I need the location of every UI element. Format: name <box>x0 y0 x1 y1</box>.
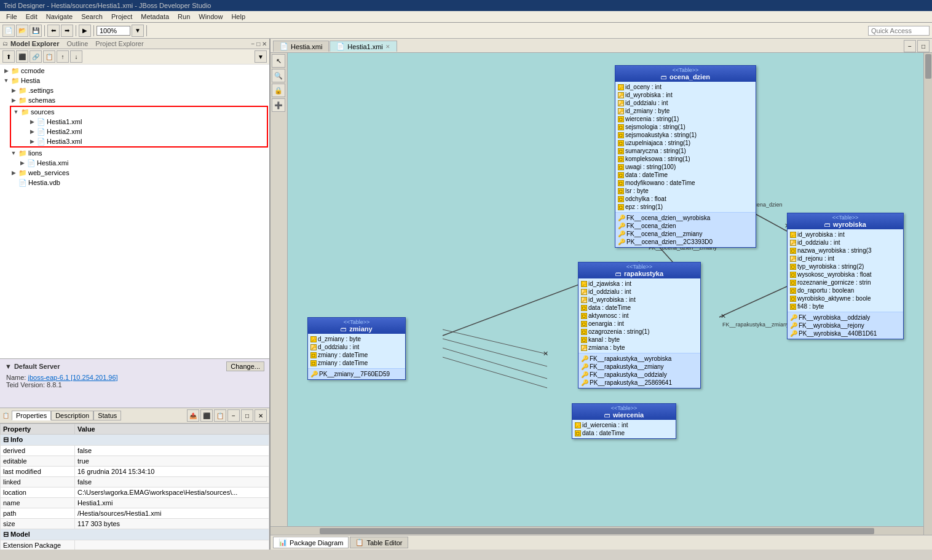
props-btn1[interactable]: 📤 <box>187 409 199 422</box>
menu-window[interactable]: Window <box>195 12 226 22</box>
field-wyr-9: ◻wyrobisko_aktywne : boole <box>790 294 901 302</box>
expand-settings[interactable]: ▶ <box>10 87 17 93</box>
expand-hestia[interactable]: ▼ <box>2 77 10 84</box>
toolbar-back[interactable]: ⬅ <box>47 25 60 37</box>
expand-lions[interactable]: ▼ <box>10 150 17 156</box>
table-ocena-dzien[interactable]: <<Table>> 🗃 ocena_dzien 🔑id_oceny : int … <box>615 65 756 248</box>
server-header[interactable]: ▼ Default Server Change... <box>5 361 264 371</box>
menu-help[interactable]: Help <box>227 12 249 22</box>
expand-sources[interactable]: ▼ <box>12 109 20 115</box>
footer-ocena-1: 🔑 FK__ocena_dzien__wyrobiska <box>618 214 753 222</box>
canvas-hscroll[interactable] <box>271 526 923 535</box>
tab-status[interactable]: Status <box>93 411 121 420</box>
project-explorer-label[interactable]: Project Explorer <box>95 40 143 47</box>
menu-run[interactable]: Run <box>174 12 194 22</box>
expand-ccmode[interactable]: ▶ <box>2 68 10 74</box>
tree-lions[interactable]: ▼ 📁 lions <box>1 148 268 158</box>
props-minimize[interactable]: − <box>227 409 240 422</box>
expand-schemas[interactable]: ▶ <box>10 97 17 103</box>
tree-hestiaxmi[interactable]: ▶ 📄 Hestia.xmi <box>1 158 268 168</box>
toolbar-run[interactable]: ▶ <box>79 25 91 37</box>
col-value: Value <box>75 424 269 435</box>
toolbar-new[interactable]: 📄 <box>2 25 15 37</box>
tool-zoom[interactable]: 🔍 <box>272 69 285 82</box>
menu-file[interactable]: File <box>2 12 21 22</box>
tree-schemas[interactable]: ▶ 📁 schemas <box>1 95 268 105</box>
props-close[interactable]: ✕ <box>255 409 267 422</box>
field-rap-9: 🔑zmiana : byte <box>581 344 698 352</box>
expand-hestia3xml[interactable]: ▶ <box>28 138 36 144</box>
tab-hestia-xmi[interactable]: 📄 Hestia.xmi <box>273 41 329 52</box>
hscroll-thumb[interactable] <box>320 528 874 534</box>
change-button[interactable]: Change... <box>226 361 264 371</box>
tree-webservices[interactable]: ▶ 📁 web_services <box>1 168 268 178</box>
canvas-vscroll[interactable] <box>923 53 932 535</box>
pk-wie: 🔑 <box>575 422 581 428</box>
expand-webservices[interactable]: ▶ <box>10 170 17 176</box>
zoom-input[interactable]: 100% <box>97 26 130 36</box>
tree-hestia1xml[interactable]: ▶ 📄 Hestia1.xml <box>11 117 267 127</box>
field-ocena-16: ◻epz : string(1) <box>618 203 753 211</box>
me-btn5[interactable]: ↑ <box>57 50 69 63</box>
tool-select[interactable]: ↖ <box>272 54 285 68</box>
props-btn2[interactable]: ⬛ <box>200 409 213 422</box>
diagram-canvas[interactable]: ↖ 🔍 🔒 ➕ FK__ocena_ <box>271 53 932 535</box>
tool-lock[interactable]: 🔒 <box>272 84 285 97</box>
toolbar-forward[interactable]: ➡ <box>61 25 73 37</box>
me-btn1[interactable]: ⬆ <box>2 50 15 63</box>
fk-rap3: 🔑 <box>581 297 587 303</box>
me-btn6[interactable]: ↓ <box>70 50 82 63</box>
toolbar-save[interactable]: 💾 <box>30 25 42 37</box>
me-btn7[interactable]: ▼ <box>255 50 267 63</box>
server-name-link[interactable]: jboss-eap-6.1 [10.254.201.96] <box>28 374 117 381</box>
tree-hestia2xml[interactable]: ▶ 📄 Hestia2.xml <box>11 127 267 136</box>
bottom-tab-table-editor[interactable]: 📋 Table Editor <box>350 537 408 548</box>
expand-hestia2xml[interactable]: ▶ <box>28 128 36 135</box>
tree-settings[interactable]: ▶ 📁 .settings <box>1 85 268 95</box>
outline-label[interactable]: Outline <box>66 40 88 47</box>
expand-hestia1xml[interactable]: ▶ <box>28 119 36 125</box>
tool-connect[interactable]: ➕ <box>272 98 285 112</box>
table-wyrobiska[interactable]: <<Table>> 🗃 wyrobiska 🔑id_wyrobiska : in… <box>787 213 904 339</box>
tab-hestia1-xmi-icon: 📄 <box>336 42 345 50</box>
version-label: Teid Version: <box>6 381 45 388</box>
menu-project[interactable]: Project <box>108 12 136 22</box>
icon-hestia: 📁 <box>11 76 20 85</box>
tree-ccmode[interactable]: ▶ 📁 ccmode <box>1 66 268 76</box>
props-btn3[interactable]: 📋 <box>214 409 226 422</box>
tree-hestia3xml[interactable]: ▶ 📄 Hestia3.xml <box>11 136 267 146</box>
props-tabs: Properties Description Status <box>12 411 121 420</box>
table-zmiany-header: <<Table>> 🗃 zmiany <box>308 318 405 334</box>
bottom-tab-package-diagram[interactable]: 📊 Package Diagram <box>273 537 349 548</box>
menu-edit[interactable]: Edit <box>22 12 41 22</box>
table-wiercenia[interactable]: <<Table>> 🗃 wiercenia 🔑id_wiercenia : in… <box>572 403 676 439</box>
tree-hestia[interactable]: ▼ 📁 Hestia <box>1 76 268 85</box>
tab-properties[interactable]: Properties <box>12 411 51 420</box>
table-zmiany[interactable]: <<Table>> 🗃 zmiany 🔑d_zmiany : byte 🔑d_o… <box>307 317 406 380</box>
me-btn3[interactable]: 🔗 <box>30 50 42 63</box>
editor-minimize[interactable]: − <box>904 40 916 52</box>
me-btn2[interactable]: ⬛ <box>16 50 28 63</box>
me-btn4[interactable]: 📋 <box>43 50 55 63</box>
package-diagram-icon: 📊 <box>278 538 287 546</box>
tab-description[interactable]: Description <box>51 411 93 420</box>
field-zm-1: 🔑d_zmiany : byte <box>310 335 403 343</box>
zoom-dropdown[interactable]: ▼ <box>132 25 144 37</box>
expand-hestiaxmi[interactable]: ▶ <box>18 160 26 166</box>
editor-maximize[interactable]: □ <box>917 40 930 52</box>
tab-hestia1-xmi[interactable]: 📄 Hestia1.xmi ✕ <box>330 41 397 52</box>
props-maximize[interactable]: □ <box>241 409 253 422</box>
vscroll-thumb[interactable] <box>925 54 931 79</box>
tab-hestia1-close[interactable]: ✕ <box>385 44 390 50</box>
menu-search[interactable]: Search <box>77 12 106 22</box>
menu-metadata[interactable]: Metadata <box>137 12 173 22</box>
table-rapakustyka[interactable]: <<Table>> 🗃 rapakustyka 🔑id_zjawiska : i… <box>578 262 701 388</box>
tree-hestiavdb[interactable]: ▶ 📄 Hestia.vdb <box>1 178 268 187</box>
tree-sources[interactable]: ▼ 📁 sources <box>11 107 267 117</box>
quick-access-input[interactable] <box>868 26 930 36</box>
footer-wyr-1: 🔑 FK__wyrobiska__oddzialy <box>790 314 901 321</box>
toolbar-open[interactable]: 📂 <box>16 25 28 37</box>
version-value: 8.8.1 <box>47 381 61 388</box>
model-explorer-close[interactable]: − □ ✕ <box>251 41 267 47</box>
menu-navigate[interactable]: Navigate <box>42 12 76 22</box>
